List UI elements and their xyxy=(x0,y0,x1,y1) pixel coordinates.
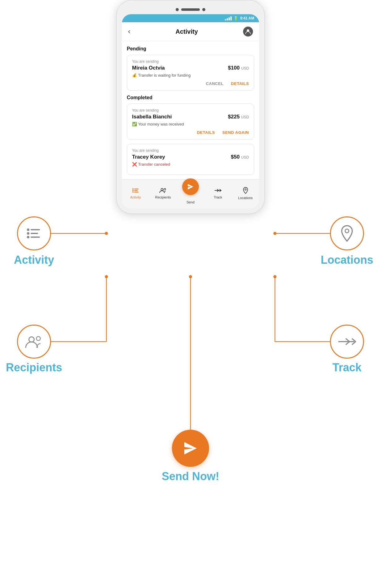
completed-card-1-subtitle: You are sending xyxy=(132,108,249,113)
completed-card-1: You are sending Isabella Bianchi $225 US… xyxy=(127,104,254,139)
annotation-send-label: Send Now! xyxy=(162,470,219,483)
completed-card-2-row: Tracey Korey $50 USD xyxy=(132,154,249,160)
annotation-activity-circle xyxy=(17,216,51,250)
screen-content: Pending You are sending Mireia Octvia $1… xyxy=(122,41,259,175)
svg-point-3 xyxy=(273,232,276,235)
nav-send[interactable]: Send xyxy=(177,183,204,204)
nav-recipients[interactable]: Recipients xyxy=(149,188,177,199)
details-button[interactable]: DETAILS xyxy=(231,81,249,86)
svg-point-28 xyxy=(27,236,29,238)
svg-point-1 xyxy=(105,232,108,235)
svg-point-30 xyxy=(345,229,349,233)
annotation-track-label: Track xyxy=(316,361,378,374)
svg-point-24 xyxy=(27,228,29,231)
phone-speaker xyxy=(181,8,200,11)
send-again-button[interactable]: SEND AGAIN xyxy=(222,130,249,135)
nav-track[interactable]: Track xyxy=(204,188,232,199)
pending-status: 💰 Transfer is waiting for funding xyxy=(132,73,249,78)
signal-icon xyxy=(225,16,232,20)
annotation-send-circle[interactable] xyxy=(172,430,209,467)
svg-point-17 xyxy=(132,191,134,193)
completed-card-1-row: Isabella Bianchi $225 USD xyxy=(132,114,249,120)
pending-card-subtitle: You are sending xyxy=(132,59,249,64)
svg-point-11 xyxy=(189,275,192,278)
svg-rect-25 xyxy=(31,229,40,230)
phone-notch xyxy=(122,6,259,14)
svg-rect-27 xyxy=(31,233,38,234)
completed-1-name: Isabella Bianchi xyxy=(132,114,172,120)
locations-icon xyxy=(243,187,248,195)
track-nav-label: Track xyxy=(214,195,222,199)
send-nav-label: Send xyxy=(186,200,195,204)
status-bar: 🔋 9:41 AM xyxy=(122,14,259,22)
send-fab[interactable] xyxy=(182,178,199,195)
completed-2-status: ❌ Transfer canceled xyxy=(132,162,249,167)
pending-section-label: Pending xyxy=(127,46,254,52)
phone-container: 🔋 9:41 AM ‹ Activity xyxy=(116,0,265,214)
annotation-locations-circle xyxy=(330,216,364,250)
pending-actions: CANCEL DETAILS xyxy=(132,81,249,86)
completed-card-2-subtitle: You are sending xyxy=(132,148,249,153)
svg-point-19 xyxy=(161,189,163,191)
nav-locations[interactable]: Locations xyxy=(232,187,259,200)
notch-dot-left xyxy=(176,8,179,11)
signal-bar-1 xyxy=(225,19,226,20)
annotation-recipients-label: Recipients xyxy=(3,361,65,374)
completed-1-actions: DETAILS SEND AGAIN xyxy=(132,130,249,135)
activity-nav-label: Activity xyxy=(130,195,141,199)
pending-recipient-name: Mireia Octvia xyxy=(132,65,165,71)
completed-2-name: Tracey Korey xyxy=(132,154,165,160)
status-time: 9:41 AM xyxy=(240,16,254,20)
cancel-button[interactable]: CANCEL xyxy=(206,81,224,86)
avatar[interactable] xyxy=(243,27,253,36)
battery-icon: 🔋 xyxy=(233,16,238,20)
completed-1-status: ✅ Your money was received xyxy=(132,122,249,126)
svg-point-9 xyxy=(273,275,276,278)
svg-rect-14 xyxy=(134,189,139,190)
phone-frame: 🔋 9:41 AM ‹ Activity xyxy=(116,0,265,214)
svg-point-13 xyxy=(132,188,134,190)
notch-dot-right xyxy=(202,8,205,11)
signal-bar-2 xyxy=(227,18,228,20)
back-button[interactable]: ‹ xyxy=(128,28,130,36)
header-title: Activity xyxy=(176,28,198,35)
pending-card-row: Mireia Octvia $100 USD xyxy=(132,65,249,71)
svg-point-20 xyxy=(164,188,166,190)
nav-activity[interactable]: Activity xyxy=(122,188,149,199)
svg-point-6 xyxy=(105,275,108,278)
pending-card: You are sending Mireia Octvia $100 USD 💰… xyxy=(127,55,254,91)
app-header: ‹ Activity xyxy=(122,22,259,41)
svg-rect-29 xyxy=(31,236,40,238)
svg-rect-16 xyxy=(134,190,138,191)
completed-1-details-button[interactable]: DETAILS xyxy=(197,130,215,135)
svg-point-23 xyxy=(245,189,246,190)
annotation-activity-label: Activity xyxy=(3,254,65,266)
svg-point-26 xyxy=(27,232,29,235)
completed-section-label: Completed xyxy=(127,95,254,100)
annotation-recipients-circle xyxy=(17,325,51,359)
annotation-locations-label: Locations xyxy=(316,254,378,266)
svg-point-31 xyxy=(29,337,34,342)
signal-bar-4 xyxy=(230,16,232,20)
track-icon xyxy=(214,188,222,194)
annotation-track-circle xyxy=(330,325,364,359)
svg-point-32 xyxy=(36,337,41,341)
completed-2-amount: $50 USD xyxy=(231,154,249,160)
bottom-nav: Activity Recipients xyxy=(122,179,259,208)
phone-screen: 🔋 9:41 AM ‹ Activity xyxy=(122,14,259,208)
svg-point-15 xyxy=(132,190,134,191)
svg-rect-18 xyxy=(134,192,139,193)
completed-card-2: You are sending Tracey Korey $50 USD ❌ T… xyxy=(127,144,254,175)
completed-1-amount: $225 USD xyxy=(228,114,249,120)
recipients-icon xyxy=(159,188,167,194)
signal-bar-3 xyxy=(229,17,230,20)
activity-icon xyxy=(132,188,139,194)
page-wrapper: 🔋 9:41 AM ‹ Activity xyxy=(0,0,381,588)
locations-nav-label: Locations xyxy=(238,196,253,200)
pending-amount: $100 USD xyxy=(228,65,249,71)
recipients-nav-label: Recipients xyxy=(155,195,171,199)
